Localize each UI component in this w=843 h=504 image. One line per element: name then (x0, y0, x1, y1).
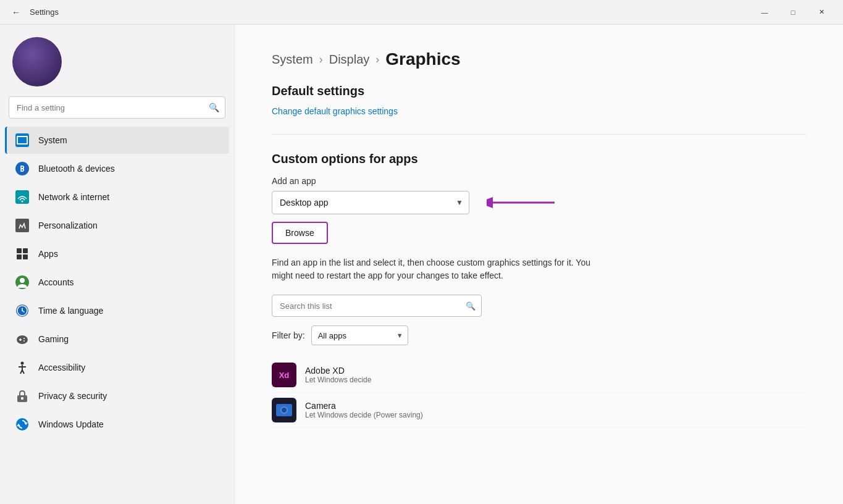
sidebar-item-label-network: Network & internet (38, 192, 109, 202)
sidebar-item-privacy[interactable]: Privacy & security (5, 382, 229, 410)
sidebar-item-apps[interactable]: Apps (5, 240, 229, 267)
search-container: 🔍 (9, 96, 225, 119)
sidebar-item-bluetooth[interactable]: 𐌁 Bluetooth & devices (5, 155, 229, 182)
sidebar: 🔍 System 𐌁 Bluetooth & devices (0, 25, 235, 504)
sidebar-item-label-accessibility: Accessibility (38, 363, 85, 372)
svg-point-17 (23, 340, 25, 342)
add-app-row: Desktop app Microsoft Store app ▼ (272, 191, 806, 214)
accessibility-icon (15, 360, 30, 375)
sidebar-item-personalization[interactable]: Personalization (5, 212, 229, 239)
app-type-dropdown[interactable]: Desktop app Microsoft Store app (272, 191, 469, 214)
breadcrumb-system[interactable]: System (272, 52, 313, 67)
svg-point-1 (22, 201, 23, 203)
app-title: Settings (30, 7, 59, 17)
change-default-link[interactable]: Change default graphics settings (272, 106, 398, 116)
svg-point-18 (21, 362, 24, 365)
sidebar-item-label-privacy: Privacy & security (38, 391, 107, 401)
filter-label: Filter by: (272, 330, 305, 340)
svg-rect-4 (23, 248, 28, 253)
filter-dropdown[interactable]: All apps High performance Power saving L… (311, 326, 408, 345)
app-list-item-camera[interactable]: Camera Let Windows decide (Power saving) (272, 393, 806, 428)
content-area: System › Display › Graphics Default sett… (235, 25, 843, 504)
apps-icon (15, 246, 30, 261)
app-type-dropdown-wrapper: Desktop app Microsoft Store app ▼ (272, 191, 469, 214)
default-settings-title: Default settings (272, 84, 806, 98)
sidebar-item-label-update: Windows Update (38, 419, 104, 429)
breadcrumb-current: Graphics (385, 49, 460, 69)
breadcrumb-sep-2: › (375, 53, 379, 66)
privacy-icon (15, 388, 30, 403)
sidebar-item-update[interactable]: Windows Update (5, 411, 229, 438)
minimize-button[interactable]: — (750, 0, 779, 25)
adobe-xd-info: Adobe XD Let Windows decide (305, 366, 371, 384)
title-bar: ← Settings — □ ✕ (0, 0, 843, 25)
accounts-icon (15, 275, 30, 290)
sidebar-item-label-system: System (38, 135, 67, 145)
search-list-wrapper: 🔍 (272, 295, 482, 317)
svg-rect-2 (15, 219, 29, 232)
svg-rect-5 (17, 254, 22, 259)
svg-point-16 (23, 338, 25, 339)
back-button[interactable]: ← (7, 4, 25, 21)
custom-options-title: Custom options for apps (272, 152, 806, 166)
sidebar-item-accounts[interactable]: Accounts (5, 269, 229, 296)
update-icon (15, 417, 30, 432)
sidebar-item-gaming[interactable]: Gaming (5, 326, 229, 353)
search-list-icon: 🔍 (466, 301, 476, 311)
sidebar-item-label-gaming: Gaming (38, 334, 69, 344)
window-controls: — □ ✕ (750, 0, 836, 25)
search-list-input[interactable] (272, 295, 482, 317)
camera-info: Camera Let Windows decide (Power saving) (305, 401, 423, 419)
breadcrumb: System › Display › Graphics (272, 49, 806, 69)
svg-point-8 (20, 278, 25, 283)
sidebar-item-label-personalization: Personalization (38, 220, 98, 230)
sidebar-item-label-bluetooth: Bluetooth & devices (38, 164, 115, 174)
network-icon (15, 190, 30, 204)
breadcrumb-sep-1: › (319, 53, 323, 66)
sidebar-item-label-apps: Apps (38, 249, 58, 259)
time-icon (15, 303, 30, 318)
avatar (12, 37, 62, 86)
sidebar-item-accessibility[interactable]: Accessibility (5, 354, 229, 381)
adobe-xd-name: Adobe XD (305, 366, 371, 376)
svg-rect-6 (23, 254, 28, 259)
arrow-annotation (487, 193, 561, 212)
sidebar-item-time[interactable]: Time & language (5, 297, 229, 324)
bluetooth-icon: 𐌁 (15, 161, 30, 176)
main-container: 🔍 System 𐌁 Bluetooth & devices (0, 25, 843, 504)
svg-line-22 (22, 370, 24, 374)
svg-point-13 (17, 335, 28, 344)
system-icon (15, 133, 30, 148)
svg-rect-24 (21, 397, 23, 400)
sidebar-item-label-accounts: Accounts (38, 277, 74, 287)
filter-dropdown-wrapper: All apps High performance Power saving L… (311, 326, 408, 345)
camera-name: Camera (305, 401, 423, 411)
breadcrumb-display[interactable]: Display (329, 52, 370, 67)
maximize-button[interactable]: □ (779, 0, 807, 25)
section-divider (272, 134, 806, 135)
filter-row: Filter by: All apps High performance Pow… (272, 326, 806, 345)
sidebar-item-system[interactable]: System (5, 127, 229, 154)
svg-rect-3 (17, 248, 22, 253)
browse-button[interactable]: Browse (272, 222, 328, 244)
adobe-xd-desc: Let Windows decide (305, 376, 371, 384)
close-button[interactable]: ✕ (807, 0, 836, 25)
custom-options-description: Find an app in the list and select it, t… (272, 256, 593, 282)
camera-desc: Let Windows decide (Power saving) (305, 411, 423, 419)
app-list-item-adobe-xd[interactable]: Xd Adobe XD Let Windows decide (272, 358, 806, 393)
app-list: Xd Adobe XD Let Windows decide Camera Le… (272, 358, 806, 428)
search-icon: 🔍 (209, 103, 219, 112)
add-app-label: Add an app (272, 176, 806, 186)
camera-icon (272, 398, 296, 422)
personalization-icon (15, 218, 30, 233)
search-input[interactable] (9, 96, 225, 119)
adobe-xd-icon: Xd (272, 363, 296, 387)
sidebar-item-network[interactable]: Network & internet (5, 183, 229, 211)
sidebar-item-label-time: Time & language (38, 306, 103, 316)
gaming-icon (15, 332, 30, 346)
